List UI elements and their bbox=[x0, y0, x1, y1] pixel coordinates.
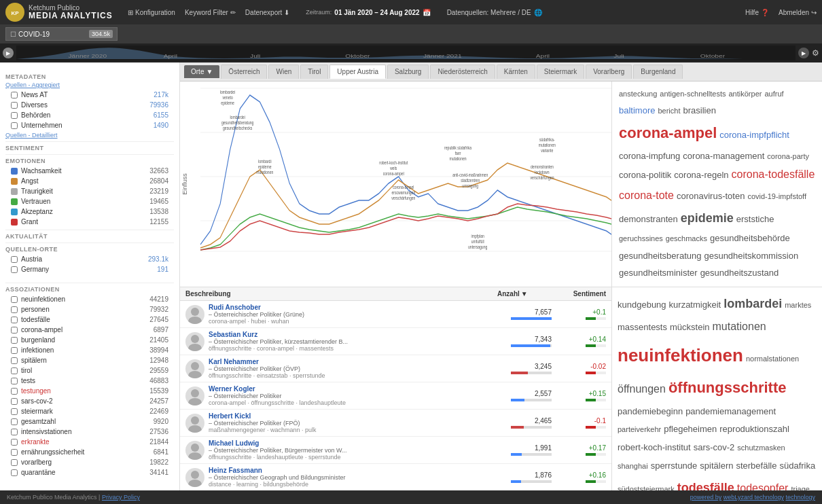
emotion-item[interactable]: Angst26804 bbox=[5, 176, 174, 186]
weblyzard-link[interactable]: webLyzard technology bbox=[723, 494, 784, 501]
word-cloud-item[interactable]: sterbefälle bbox=[736, 458, 776, 475]
assoc-item[interactable]: burgenland21405 bbox=[5, 335, 174, 345]
source-checkbox[interactable] bbox=[11, 112, 18, 119]
assoc-item[interactable]: tests46883 bbox=[5, 376, 174, 386]
word-cloud-item[interactable]: pandemiemanagement bbox=[685, 403, 776, 420]
tab-item[interactable]: Upper Austria bbox=[329, 65, 386, 79]
assoc-item[interactable]: intensivstationen27536 bbox=[5, 427, 174, 437]
hilfe-button[interactable]: Hilfe ❓ bbox=[745, 9, 769, 16]
tab-item[interactable]: Tirol bbox=[300, 65, 328, 79]
search-input[interactable] bbox=[18, 31, 86, 38]
assoc-checkbox[interactable] bbox=[11, 398, 18, 405]
assoc-item[interactable]: neuinfektionen44219 bbox=[5, 294, 174, 304]
word-cloud-item[interactable]: gesundheitsbehörde bbox=[710, 230, 790, 246]
orte-checkbox[interactable] bbox=[11, 256, 18, 263]
assoc-checkbox[interactable] bbox=[11, 449, 18, 456]
word-cloud-item[interactable]: öffnungsschritte bbox=[668, 374, 787, 402]
assoc-checkbox[interactable] bbox=[11, 357, 18, 364]
word-cloud-item[interactable]: shanghai bbox=[618, 459, 648, 473]
word-cloud-item[interactable]: corona-impfpflicht bbox=[719, 127, 789, 143]
word-cloud-item[interactable]: gesundheitsberatung bbox=[619, 248, 701, 264]
assoc-checkbox[interactable] bbox=[11, 469, 18, 476]
emotion-item[interactable]: Vertrauen19465 bbox=[5, 196, 174, 206]
word-cloud-item[interactable]: lombardei bbox=[723, 292, 782, 315]
datenexport-nav[interactable]: Datenexport ⬇ bbox=[245, 9, 289, 16]
assoc-checkbox[interactable] bbox=[11, 388, 18, 395]
word-cloud-item[interactable]: geruchssines bbox=[619, 232, 663, 246]
word-cloud-item[interactable]: ansteckung bbox=[619, 88, 657, 101]
abmelden-button[interactable]: Abmelden ↪ bbox=[779, 9, 817, 16]
quellen-detailliert-link[interactable]: Quellen - Detailliert bbox=[5, 132, 58, 139]
source-checkbox[interactable] bbox=[11, 92, 18, 98]
word-cloud-item[interactable]: erststiche bbox=[736, 211, 774, 227]
orte-checkbox[interactable] bbox=[11, 266, 18, 273]
tab-item[interactable]: Niederösterreich bbox=[430, 65, 495, 79]
tab-item[interactable]: Steiermark bbox=[537, 65, 584, 79]
word-cloud-item[interactable]: triage bbox=[791, 482, 810, 490]
word-cloud-item[interactable]: schutzmasken bbox=[737, 441, 785, 455]
tab-item[interactable]: Kärnten bbox=[497, 65, 535, 79]
word-cloud-item[interactable]: halsschmerzen bbox=[619, 282, 678, 287]
emotion-item[interactable]: Traurigkeit23219 bbox=[5, 186, 174, 196]
word-cloud-item[interactable]: mutationen bbox=[713, 317, 766, 337]
table-row[interactable]: Herbert Kickl – Österreichischer Politik… bbox=[180, 410, 611, 437]
word-cloud-item[interactable]: baltimore bbox=[619, 103, 655, 118]
emotion-item[interactable]: Grant12155 bbox=[5, 217, 174, 227]
orte-item[interactable]: Austria293.1k bbox=[5, 254, 174, 264]
word-cloud-item[interactable]: gesundheitskommission bbox=[704, 248, 798, 264]
assoc-item[interactable]: tirol29559 bbox=[5, 365, 174, 376]
source-item[interactable]: Diverses79936 bbox=[5, 100, 174, 110]
orte-item[interactable]: Germany191 bbox=[5, 264, 174, 274]
word-cloud-item[interactable]: mückstein bbox=[670, 319, 710, 336]
assoc-checkbox[interactable] bbox=[11, 327, 18, 334]
word-cloud-item[interactable]: öffnungen bbox=[618, 379, 666, 399]
word-cloud-item[interactable]: corona-regeln bbox=[674, 167, 728, 183]
word-cloud-item[interactable]: covid-19-impfstoff bbox=[747, 190, 806, 204]
assoc-checkbox[interactable] bbox=[11, 418, 18, 425]
table-row[interactable]: Sebastian Kurz – Österreichischer Politi… bbox=[180, 328, 611, 355]
table-row[interactable]: Michael Ludwig – Österreichischer Politi… bbox=[180, 437, 611, 464]
word-cloud-item[interactable]: demonstranten bbox=[619, 211, 678, 227]
word-cloud-item[interactable]: pflegeheimen bbox=[664, 421, 717, 438]
assoc-item[interactable]: erkrankte21844 bbox=[5, 437, 174, 447]
word-cloud-item[interactable]: brasilien bbox=[683, 103, 716, 118]
word-cloud-item[interactable]: epidemie bbox=[681, 207, 734, 229]
assoc-item[interactable]: personen79932 bbox=[5, 304, 174, 314]
assoc-item[interactable]: testungen15539 bbox=[5, 386, 174, 396]
word-cloud-item[interactable]: massentests bbox=[618, 319, 667, 336]
word-cloud-item[interactable]: kurzatmigkeit bbox=[669, 297, 721, 314]
table-row[interactable]: Karl Nehammer – Österreichischer Politik… bbox=[180, 355, 611, 382]
play-button[interactable]: ▶ bbox=[3, 48, 14, 58]
tab-item[interactable]: Salzburg bbox=[387, 65, 429, 79]
word-cloud-item[interactable]: antikörper bbox=[729, 88, 762, 101]
table-row[interactable]: Heinz Fassmann – Österreichischer Geogra… bbox=[180, 464, 611, 490]
word-cloud-item[interactable]: kundgebung bbox=[618, 297, 666, 314]
word-cloud-item[interactable]: parteiverkehr bbox=[618, 422, 661, 437]
word-cloud-item[interactable]: corona-tote bbox=[619, 186, 674, 206]
tab-item[interactable]: Wien bbox=[268, 65, 299, 79]
assoc-checkbox[interactable] bbox=[11, 337, 18, 344]
word-cloud-item[interactable]: marktes bbox=[785, 298, 811, 312]
settings-icon[interactable]: ⚙ bbox=[812, 48, 819, 58]
col-anzahl[interactable]: Anzahl ▼ bbox=[497, 290, 552, 298]
assoc-checkbox[interactable] bbox=[11, 296, 18, 303]
word-cloud-item[interactable]: todesfälle bbox=[677, 476, 734, 490]
assoc-item[interactable]: corona-ampel6897 bbox=[5, 325, 174, 335]
word-cloud-item[interactable]: coronavirus-toten bbox=[677, 188, 745, 204]
assoc-checkbox[interactable] bbox=[11, 439, 18, 446]
emotion-item[interactable]: Wachsamkeit32663 bbox=[5, 166, 174, 176]
word-cloud-item[interactable]: corona-todesfälle bbox=[732, 165, 815, 185]
word-cloud-item[interactable]: reproduktionszahl bbox=[719, 421, 789, 438]
assoc-item[interactable]: todesfälle27645 bbox=[5, 314, 174, 325]
quellen-aggregiert-link[interactable]: Quellen - Aggregiert bbox=[5, 82, 60, 88]
keyword-filter-nav[interactable]: Keyword Filter ✏ bbox=[185, 9, 236, 16]
assoc-item[interactable]: ernährungssicherheit6841 bbox=[5, 447, 174, 457]
word-cloud-item[interactable]: corona-impfung bbox=[619, 148, 680, 164]
assoc-item[interactable]: quarantäne34141 bbox=[5, 467, 174, 478]
source-item[interactable]: News AT217k bbox=[5, 90, 174, 100]
word-cloud-item[interactable]: südafrika bbox=[779, 458, 815, 475]
word-cloud-item[interactable]: pandemiebeginn bbox=[618, 403, 683, 420]
emotion-item[interactable]: Akzeptanz13538 bbox=[5, 206, 174, 217]
tab-item[interactable]: Österreich bbox=[221, 65, 267, 79]
assoc-checkbox[interactable] bbox=[11, 347, 18, 354]
